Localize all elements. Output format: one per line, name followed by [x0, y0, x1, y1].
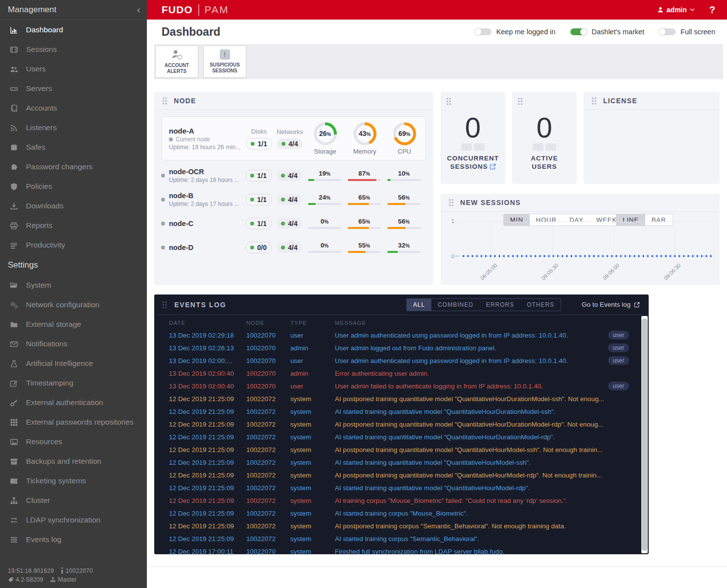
sidebar-item-timestamping[interactable]: Timestamping	[0, 373, 147, 393]
sidebar-item-listeners[interactable]: Listeners	[0, 118, 147, 137]
sidebar-item-ticketing-systems[interactable]: Ticketing systems	[0, 471, 147, 491]
event-node: 10022072	[246, 433, 290, 441]
drag-handle-icon[interactable]	[162, 301, 167, 309]
sidebar-item-events-log[interactable]: Events log	[0, 530, 147, 549]
disks-column: Disks 1/1	[244, 128, 274, 150]
toggle-switch[interactable]	[475, 28, 492, 35]
event-type: system	[290, 497, 335, 504]
sidebar-item-backups-and-retention[interactable]: Backups and retention	[0, 452, 147, 471]
event-node: 10022072	[246, 446, 290, 453]
sidebar-item-network-configuration[interactable]: Network configuration	[0, 295, 147, 315]
toggle-switch[interactable]	[659, 28, 676, 35]
drag-handle-icon[interactable]	[448, 199, 454, 206]
toggle-group: Dashlet's market	[570, 28, 645, 36]
event-type: system	[290, 421, 335, 428]
increase-arrow-icon[interactable]: ↑	[474, 143, 485, 151]
event-message: AI started training corpus "Semantic_Beh…	[335, 535, 605, 543]
tag-icon	[8, 577, 14, 583]
drag-handle-icon[interactable]	[162, 97, 167, 105]
toggle-label: Keep me logged in	[496, 28, 556, 36]
chart-type-tab[interactable]: BAR	[645, 214, 673, 226]
events-filter-tab[interactable]: COMBINED	[431, 299, 480, 311]
event-date: 12 Dec 2019 21:25:09	[169, 497, 246, 504]
sidebar-item-users[interactable]: Users	[0, 59, 147, 79]
sidebar-item-ldap-synchronization[interactable]: LDAP synchronization	[0, 510, 147, 530]
dashlet-label: ACCOUNT ALERTS	[164, 63, 189, 74]
sidebar-item-label: Listeners	[26, 123, 57, 132]
drag-handle-icon[interactable]	[517, 97, 523, 105]
sidebar-item-dashboard[interactable]: Dashboard	[0, 20, 147, 40]
sidebar-item-external-passwords-repositories[interactable]: External passwords repositories	[0, 412, 147, 432]
event-node: 10022072	[246, 497, 290, 504]
sidebar-item-external-storage[interactable]: External storage	[0, 315, 147, 334]
exclamation-icon: !	[220, 49, 230, 60]
networks-cell: 4/4	[274, 194, 305, 205]
sidebar-item-label: Reports	[26, 221, 52, 230]
sidebar-item-artificial-intelligence[interactable]: Artificial Intelligence	[0, 354, 147, 373]
sidebar-item-cluster[interactable]: Cluster	[0, 491, 147, 510]
sidebar-item-servers[interactable]: Servers	[0, 79, 147, 98]
node-status-dot	[161, 198, 165, 202]
range-tab[interactable]: HOUR	[530, 214, 563, 226]
event-date: 12 Dec 2019 21:25:09	[169, 433, 246, 441]
disks-cell: 1/1	[243, 194, 274, 205]
event-node: 10022072	[246, 472, 290, 479]
account-alerts-dashlet[interactable]: ACCOUNT ALERTS	[155, 45, 198, 78]
event-type: system	[290, 433, 335, 441]
drag-handle-icon[interactable]	[591, 97, 597, 105]
user-menu[interactable]: admin	[657, 6, 695, 14]
help-button[interactable]: ?	[709, 4, 715, 16]
chart-type-tabs: LINEBAR	[616, 214, 673, 226]
sidebar-item-safes[interactable]: Safes	[0, 137, 147, 157]
event-row: 12 Dec 2019 21:25:09 10022072 system AI …	[154, 532, 649, 545]
suspicious-sessions-dashlet[interactable]: ! SUSPICIOUS SESSIONS	[203, 45, 246, 78]
sidebar-item-productivity[interactable]: Productivity	[0, 235, 147, 255]
event-node: 10022070	[246, 548, 290, 555]
go-to-events-log-link[interactable]: Go to Events log	[582, 301, 640, 308]
sidebar-item-downloads[interactable]: Downloads	[0, 196, 147, 216]
node-row: node-OCR Uptime: 2 days 16 hours ... 1/1…	[154, 163, 433, 187]
event-node: 10022072	[246, 510, 290, 517]
increase-arrow-icon[interactable]: ↑	[545, 143, 556, 151]
decrease-arrow-icon[interactable]: ↓	[533, 143, 543, 151]
range-tab[interactable]: DAY	[563, 214, 590, 226]
sidebar-item-sessions[interactable]: Sessions	[0, 40, 147, 59]
sidebar-item-notifications[interactable]: Notifications	[0, 334, 147, 354]
node-panel-header: NODE	[154, 92, 433, 110]
sidebar-item-password-changers[interactable]: Password changers	[0, 157, 147, 177]
toggle-switch[interactable]	[570, 28, 587, 35]
events-log-header: EVENTS LOG ALLCOMBINEDERRORSOTHERS Go to…	[154, 294, 649, 315]
stat-arrows: ↓ ↑	[441, 143, 505, 151]
event-node: 10022072	[246, 408, 290, 415]
sidebar-item-external-authentication[interactable]: External authentication	[0, 393, 147, 412]
drag-handle-icon[interactable]	[446, 97, 451, 105]
sidebar-item-label: LDAP synchronization	[26, 516, 100, 524]
events-filter-tab[interactable]: OTHERS	[520, 299, 561, 311]
green-dot-icon	[281, 246, 285, 249]
event-message: AI started training quantitative model "…	[335, 484, 605, 492]
active-users-panel: 0 ↓ ↑ ACTIVE USERS	[512, 92, 577, 184]
sidebar-item-system[interactable]: System	[0, 275, 147, 295]
collapse-sidebar-icon[interactable]: ‹	[137, 5, 140, 14]
chart-type-tab[interactable]: LINE	[616, 214, 645, 226]
events-filter-tab[interactable]: ALL	[407, 299, 431, 311]
events-log-title: EVENTS LOG	[174, 301, 226, 309]
disks-cell: 1/1	[243, 170, 274, 181]
scrollbar-thumb[interactable]	[642, 318, 647, 551]
sidebar-item-policies[interactable]: Policies	[0, 177, 147, 196]
sidebar-item-resources[interactable]: Resources	[0, 432, 147, 452]
decrease-arrow-icon[interactable]: ↓	[461, 143, 472, 151]
sidebar-item-accounts[interactable]: Accounts	[0, 98, 147, 118]
event-type: user	[290, 383, 335, 390]
external-link-icon[interactable]	[490, 163, 496, 170]
sidebar-item-reports[interactable]: Reports	[0, 216, 147, 235]
range-tab[interactable]: MIN	[504, 214, 530, 226]
toggle-knob	[580, 28, 587, 35]
x-axis-label: 09:05:30	[535, 262, 560, 287]
sidebar-item-label: Cluster	[26, 496, 50, 505]
events-filter-tab[interactable]: ERRORS	[480, 299, 520, 311]
cluster-role-icon	[50, 577, 56, 583]
sessions-line-series	[461, 255, 712, 257]
toggle-label: Dashlet's market	[592, 28, 645, 36]
node-row: node-D 0/0 4/4 0 55 32	[154, 235, 433, 259]
